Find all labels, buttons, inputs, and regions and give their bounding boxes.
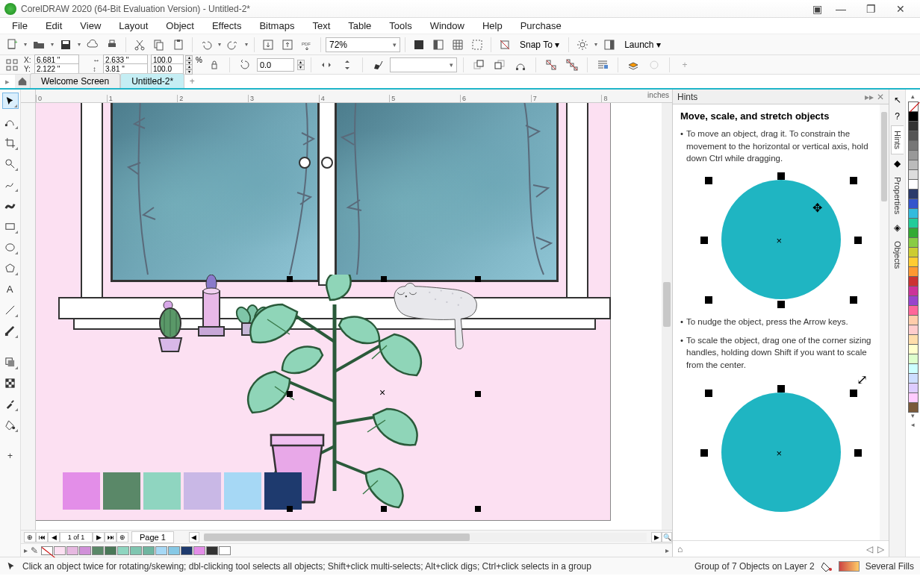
swatch[interactable] (224, 472, 261, 510)
palette-swatch[interactable] (908, 392, 919, 403)
palette-swatch[interactable] (908, 208, 919, 219)
polygon-tool[interactable] (2, 260, 19, 276)
palette-swatch[interactable] (908, 198, 919, 209)
illustration-candle[interactable] (193, 275, 230, 342)
swatch[interactable] (143, 472, 181, 510)
snap-off-button[interactable] (496, 37, 514, 53)
doc-palette-eyedropper-icon[interactable]: ✎ (28, 542, 40, 559)
doc-swatch[interactable] (155, 546, 167, 555)
menu-edit[interactable]: Edit (37, 19, 71, 33)
dock-tab-properties[interactable]: Properties (892, 172, 904, 219)
zoom-level-select[interactable]: 72%▾ (326, 37, 400, 52)
cut-button[interactable] (131, 37, 149, 53)
doc-swatch[interactable] (92, 546, 104, 555)
grid-button[interactable] (449, 37, 467, 53)
menu-bitmaps[interactable]: Bitmaps (250, 19, 303, 33)
symbol-button[interactable] (645, 57, 663, 73)
dockers-button[interactable] (600, 37, 618, 53)
palette-swatch[interactable] (908, 402, 919, 413)
lock-ratio-button[interactable] (205, 57, 223, 73)
object-origin-icon[interactable] (3, 57, 21, 73)
options-dropdown[interactable]: ▾ (593, 37, 599, 53)
redo-dropdown[interactable]: ▾ (243, 37, 249, 53)
doc-swatch[interactable] (143, 546, 155, 555)
eyedropper-tool[interactable] (2, 395, 19, 412)
wrap-text-button[interactable] (594, 57, 612, 73)
palette-swatch[interactable] (908, 295, 919, 306)
guides-button[interactable] (468, 37, 486, 53)
swatch[interactable] (184, 472, 221, 510)
zoom-tool[interactable] (2, 155, 19, 172)
drawing-page[interactable]: × (36, 103, 648, 521)
drop-shadow-tool[interactable] (2, 354, 19, 370)
doc-swatch[interactable] (117, 546, 129, 555)
palette-swatch[interactable] (908, 315, 919, 325)
palette-swatch[interactable] (908, 160, 919, 170)
selection-handle[interactable] (381, 276, 387, 282)
dimension-tool[interactable] (2, 301, 19, 318)
palette-swatch[interactable] (908, 286, 919, 296)
paste-button[interactable] (170, 37, 187, 53)
ellipse-tool[interactable] (2, 239, 19, 255)
help-icon[interactable]: ▣ (808, 3, 826, 15)
save-dropdown[interactable]: ▾ (76, 37, 82, 53)
menu-text[interactable]: Text (303, 19, 339, 33)
undo-button[interactable] (197, 37, 215, 53)
page-counter[interactable]: 1 of 1 (60, 532, 93, 542)
tab-new-button[interactable]: + (184, 75, 199, 88)
tab-pick-arrow[interactable]: ▸ (0, 75, 15, 88)
palette-swatch[interactable] (908, 266, 919, 277)
palette-swatch[interactable] (908, 373, 919, 384)
illustration-cactus[interactable] (152, 301, 189, 353)
dock-tab-hints[interactable]: Hints (891, 125, 904, 154)
undo-dropdown[interactable]: ▾ (217, 37, 223, 53)
hints-back-icon[interactable]: ◁ (866, 544, 873, 554)
palette-swatch[interactable] (908, 247, 919, 257)
doc-swatch[interactable] (181, 546, 193, 555)
tab-home-icon[interactable] (15, 75, 30, 88)
palette-swatch[interactable] (908, 325, 919, 335)
doc-swatch[interactable] (193, 546, 205, 555)
selection-handle[interactable] (381, 506, 387, 512)
palette-flyout-arrow[interactable]: ◂ (911, 421, 915, 430)
import-button[interactable] (259, 37, 277, 53)
menu-tools[interactable]: Tools (380, 19, 420, 33)
open-button[interactable] (30, 37, 48, 53)
publish-pdf-button[interactable]: PDF (298, 37, 316, 53)
ungroup-all-button[interactable] (563, 57, 581, 73)
menu-layout[interactable]: Layout (110, 19, 157, 33)
open-dropdown[interactable]: ▾ (49, 37, 55, 53)
preview-button[interactable] (429, 37, 447, 53)
dock-pointer-icon[interactable]: ↖ (892, 94, 904, 106)
minimize-button[interactable]: — (826, 3, 856, 15)
page-next-button[interactable]: ▶ (93, 532, 105, 542)
palette-swatch[interactable] (908, 363, 919, 374)
doc-swatch[interactable] (130, 546, 142, 555)
palette-swatch[interactable] (908, 111, 919, 122)
page-last-button[interactable]: ⏭ (105, 532, 116, 542)
illustration-swatches[interactable] (63, 472, 302, 510)
page-add-button[interactable]: ⊕ (24, 532, 36, 542)
palette-swatch[interactable] (908, 383, 919, 393)
tab-untitled[interactable]: Untitled-2* (120, 73, 184, 88)
new-dropdown[interactable]: ▾ (22, 37, 28, 53)
selection-handle[interactable] (287, 276, 293, 282)
pick-tool[interactable] (2, 93, 19, 109)
hints-forward-icon[interactable]: ▷ (877, 544, 884, 554)
palette-swatch[interactable] (908, 150, 919, 160)
menu-purchase[interactable]: Purchase (512, 19, 571, 33)
outline-pen-icon[interactable] (369, 57, 387, 73)
menu-file[interactable]: File (3, 19, 37, 33)
dock-tab-objects[interactable]: Objects (892, 237, 904, 273)
text-tool[interactable]: A (2, 281, 19, 297)
selection-handle[interactable] (475, 391, 481, 397)
fill-tool[interactable] (2, 416, 19, 433)
print-button[interactable] (103, 37, 121, 53)
menu-table[interactable]: Table (339, 19, 380, 33)
shape-tool[interactable] (2, 113, 19, 130)
hscroll-left-button[interactable]: ◀ (189, 532, 199, 542)
palette-swatch[interactable] (908, 179, 919, 190)
canvas-viewport[interactable]: × (36, 103, 672, 530)
dock-properties-icon[interactable]: ◆ (892, 157, 904, 169)
palette-no-color[interactable] (908, 101, 919, 112)
